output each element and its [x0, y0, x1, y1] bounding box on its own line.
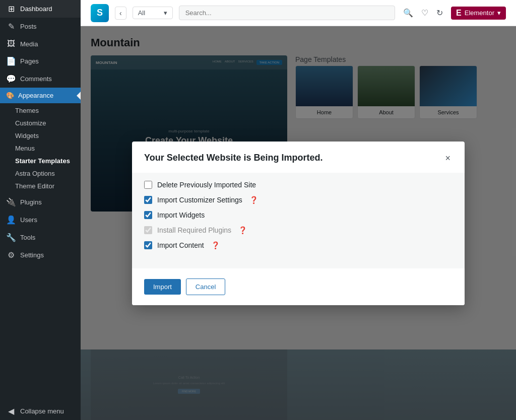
sidebar-item-theme-editor[interactable]: Theme Editor: [0, 180, 81, 192]
sidebar-label-posts: Posts: [20, 23, 37, 30]
elementor-icon: E: [456, 9, 462, 18]
sidebar-item-dashboard[interactable]: ⊞ Dashboard: [0, 0, 81, 18]
checkbox-import-customizer[interactable]: [144, 196, 152, 204]
label-import-customizer[interactable]: Import Customizer Settings: [157, 196, 242, 204]
sidebar-item-tools[interactable]: 🔧 Tools: [0, 229, 81, 246]
main-area: S ‹ All ▾ 🔍 ♡ ↻ E Elementor ▾ Mountain: [81, 0, 516, 420]
help-icon-plugins[interactable]: ❓: [238, 226, 247, 234]
sidebar-label-users: Users: [20, 216, 37, 224]
modal-close-button[interactable]: ×: [443, 152, 453, 165]
filter-label: All: [138, 9, 145, 17]
menus-label: Menus: [15, 145, 35, 152]
sidebar: ⊞ Dashboard ✎ Posts 🖼 Media 📄 Pages 💬 Co…: [0, 0, 81, 420]
back-button[interactable]: ‹: [115, 7, 126, 20]
sidebar-item-customize[interactable]: Customize: [0, 117, 81, 129]
checkbox-install-plugins: [144, 226, 152, 234]
astra-options-label: Astra Options: [15, 170, 55, 177]
sidebar-item-comments[interactable]: 💬 Comments: [0, 70, 81, 88]
help-icon-content[interactable]: ❓: [211, 241, 220, 249]
theme-editor-label: Theme Editor: [15, 182, 54, 190]
option-delete-previously: Delete Previously Imported Site: [144, 181, 453, 189]
modal-overlay: Your Selected Website is Being Imported.…: [81, 26, 516, 420]
media-icon: 🖼: [6, 39, 16, 48]
sidebar-item-starter-templates[interactable]: Starter Templates: [0, 155, 81, 167]
pages-icon: 📄: [6, 56, 16, 66]
option-import-widgets: Import Widgets: [144, 211, 453, 219]
elementor-button[interactable]: E Elementor ▾: [451, 7, 506, 20]
sidebar-item-collapse[interactable]: ◀ Collapse menu: [0, 402, 81, 420]
plugins-icon: 🔌: [6, 197, 16, 207]
label-install-plugins: Install Required Plugins: [157, 226, 231, 234]
modal-footer: Import Cancel: [132, 268, 465, 305]
sidebar-label-plugins: Plugins: [20, 198, 42, 206]
refresh-icon-button[interactable]: ↻: [434, 6, 445, 20]
sidebar-label-dashboard: Dashboard: [20, 5, 52, 13]
favorites-icon-button[interactable]: ♡: [419, 6, 430, 20]
settings-icon: ⚙: [6, 250, 16, 260]
label-delete-previously[interactable]: Delete Previously Imported Site: [157, 181, 256, 189]
option-import-content: Import Content ❓: [144, 241, 453, 249]
search-input[interactable]: [179, 6, 395, 20]
option-import-customizer: Import Customizer Settings ❓: [144, 196, 453, 204]
checkbox-import-content[interactable]: [144, 241, 152, 249]
sidebar-label-appearance: Appearance: [18, 92, 53, 99]
customize-label: Customize: [15, 119, 46, 127]
collapse-icon: ◀: [6, 406, 16, 416]
option-install-plugins: Install Required Plugins ❓: [144, 226, 453, 234]
modal-body: Delete Previously Imported Site Import C…: [132, 173, 465, 268]
sidebar-item-pages[interactable]: 📄 Pages: [0, 52, 81, 70]
starter-templates-label: Starter Templates: [15, 157, 70, 165]
elementor-chevron-icon: ▾: [497, 9, 501, 17]
modal-title: Your Selected Website is Being Imported.: [144, 153, 322, 163]
themes-label: Themes: [15, 107, 39, 114]
search-icon-button[interactable]: 🔍: [401, 6, 415, 20]
checkbox-delete-previously[interactable]: [144, 181, 152, 189]
starter-logo: S: [91, 4, 109, 22]
tools-icon: 🔧: [6, 233, 16, 242]
sidebar-item-menus[interactable]: Menus: [0, 142, 81, 155]
filter-chevron-icon: ▾: [164, 9, 167, 17]
widgets-label: Widgets: [15, 132, 39, 139]
sidebar-label-settings: Settings: [20, 251, 44, 259]
sidebar-label-pages: Pages: [20, 57, 39, 65]
elementor-label: Elementor: [465, 9, 494, 17]
sidebar-item-widgets[interactable]: Widgets: [0, 129, 81, 142]
dashboard-icon: ⊞: [6, 4, 16, 14]
sidebar-item-posts[interactable]: ✎ Posts: [0, 18, 81, 35]
sidebar-item-appearance[interactable]: 🎨 Appearance: [0, 88, 81, 103]
import-modal: Your Selected Website is Being Imported.…: [132, 142, 465, 305]
posts-icon: ✎: [6, 22, 16, 31]
comments-icon: 💬: [6, 74, 16, 84]
label-import-widgets[interactable]: Import Widgets: [157, 211, 205, 219]
topbar-icons: 🔍 ♡ ↻: [401, 6, 445, 20]
sidebar-item-settings[interactable]: ⚙ Settings: [0, 246, 81, 264]
modal-header: Your Selected Website is Being Imported.…: [132, 142, 465, 173]
sidebar-item-users[interactable]: 👤 Users: [0, 211, 81, 229]
sidebar-label-media: Media: [20, 40, 38, 48]
cancel-button[interactable]: Cancel: [186, 278, 225, 295]
sidebar-label-tools: Tools: [20, 234, 35, 241]
sidebar-item-media[interactable]: 🖼 Media: [0, 35, 81, 52]
sidebar-item-plugins[interactable]: 🔌 Plugins: [0, 193, 81, 211]
help-icon-customizer[interactable]: ❓: [249, 196, 258, 204]
appearance-icon: 🎨: [6, 92, 14, 99]
checkbox-import-widgets[interactable]: [144, 211, 152, 219]
topbar: S ‹ All ▾ 🔍 ♡ ↻ E Elementor ▾: [81, 0, 516, 26]
filter-dropdown[interactable]: All ▾: [133, 7, 173, 19]
appearance-submenu: Themes Customize Widgets Menus Starter T…: [0, 103, 81, 193]
appearance-arrow-icon: [77, 92, 81, 100]
sidebar-item-astra-options[interactable]: Astra Options: [0, 167, 81, 180]
content-area: Mountain MOUNTAIN HOME ABOUT SERVICES TA…: [81, 26, 516, 420]
users-icon: 👤: [6, 215, 16, 225]
import-button[interactable]: Import: [144, 279, 181, 295]
sidebar-label-comments: Comments: [20, 75, 52, 83]
collapse-label: Collapse menu: [20, 407, 64, 415]
sidebar-item-themes[interactable]: Themes: [0, 104, 81, 117]
label-import-content[interactable]: Import Content: [157, 241, 204, 249]
